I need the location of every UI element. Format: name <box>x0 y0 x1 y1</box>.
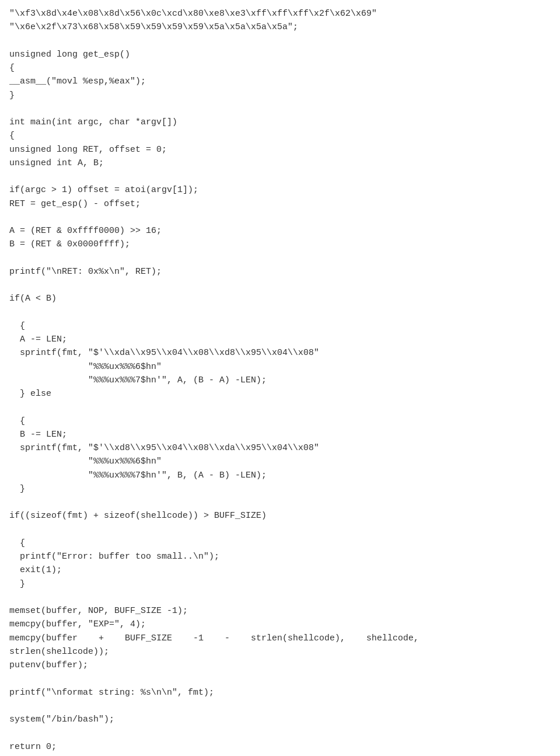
code-content: "\xf3\x8d\x4e\x08\x8d\x56\x0c\xcd\x80\xe… <box>9 7 551 756</box>
